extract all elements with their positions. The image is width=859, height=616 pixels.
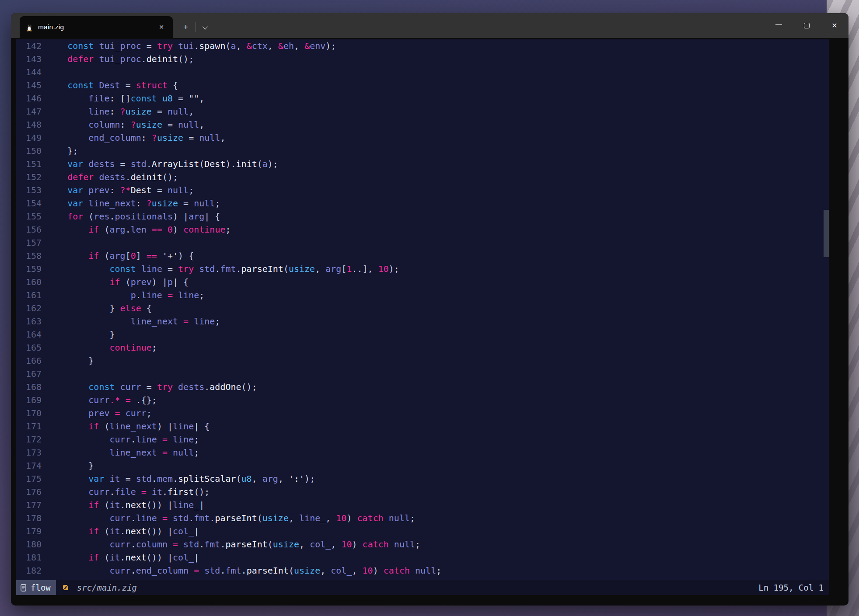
code-text [42, 367, 46, 380]
line-number: 165 [16, 341, 42, 354]
line-number: 181 [16, 551, 42, 564]
code-text: const line = try std.fmt.parseInt(usize,… [42, 262, 399, 275]
code-text: if (it.next()) |line_| [42, 498, 204, 512]
code-line: 143 defer tui_proc.deinit(); [16, 52, 829, 66]
code-text: prev = curr; [42, 407, 152, 420]
line-number: 175 [16, 472, 42, 485]
line-number: 158 [16, 249, 42, 262]
code-line: 153 var prev: ?*Dest = null; [16, 184, 829, 197]
code-text: curr.* = .{}; [42, 393, 157, 407]
editor-pane: 142 const tui_proc = try tui.spawn(a, &c… [16, 39, 829, 595]
code-line: 178 curr.line = std.fmt.parseInt(usize, … [16, 512, 829, 525]
code-text: curr.line = line; [42, 433, 199, 446]
window-controls: ✕ [765, 13, 849, 38]
line-number: 151 [16, 157, 42, 171]
code-text: line: ?usize = null, [42, 105, 194, 118]
titlebar: main.zig ✕ + ✕ [11, 13, 849, 38]
close-button[interactable]: ✕ [821, 13, 849, 38]
line-number: 156 [16, 223, 42, 236]
minimize-button[interactable] [765, 13, 793, 38]
minimize-icon [775, 24, 782, 25]
line-number: 177 [16, 498, 42, 512]
flow-app-icon [21, 584, 27, 592]
code-line: 163 line_next = line; [16, 315, 829, 328]
file-path[interactable]: src/main.zig [77, 583, 137, 592]
code-line: 160 if (prev) |p| { [16, 275, 829, 289]
tab-close-button[interactable]: ✕ [156, 23, 167, 31]
code-line: 146 file: []const u8 = "", [16, 92, 829, 105]
code-line: 151 var dests = std.ArrayList(Dest).init… [16, 157, 829, 171]
terminal-window: main.zig ✕ + ✕ 142 const tui_proc = try … [11, 13, 849, 606]
new-tab-button[interactable]: + [178, 20, 194, 35]
line-number: 164 [16, 328, 42, 341]
code-line: 175 var it = std.mem.splitScalar(u8, arg… [16, 472, 829, 485]
code-text: curr.line = std.fmt.parseInt(usize, line… [42, 512, 415, 525]
maximize-icon [804, 23, 810, 28]
code-text: curr.file = it.first(); [42, 485, 210, 498]
code-line: 171 if (line_next) |line| { [16, 420, 829, 433]
line-number: 170 [16, 407, 42, 420]
line-number: 167 [16, 367, 42, 380]
line-number: 148 [16, 118, 42, 131]
line-number: 168 [16, 380, 42, 393]
code-text: p.line = line; [42, 289, 204, 302]
code-text: for (res.positionals) |arg| { [42, 210, 220, 223]
line-number: 142 [16, 39, 42, 52]
code-text: file: []const u8 = "", [42, 92, 204, 105]
line-number: 155 [16, 210, 42, 223]
code-line: 170 prev = curr; [16, 407, 829, 420]
line-number: 150 [16, 144, 42, 157]
line-number: 182 [16, 564, 42, 577]
code-line: 176 curr.file = it.first(); [16, 485, 829, 498]
tab-bar-separator [196, 22, 196, 32]
line-number: 162 [16, 302, 42, 315]
line-number: 157 [16, 236, 42, 249]
code-line: 145 const Dest = struct { [16, 79, 829, 92]
line-number: 147 [16, 105, 42, 118]
line-number: 161 [16, 289, 42, 302]
code-line: 172 curr.line = line; [16, 433, 829, 446]
line-number: 144 [16, 66, 42, 79]
line-number: 159 [16, 262, 42, 275]
tux-icon [26, 23, 33, 31]
code-line: 166 } [16, 354, 829, 367]
maximize-button[interactable] [793, 13, 821, 38]
line-number: 149 [16, 131, 42, 144]
code-text: column: ?usize = null, [42, 118, 204, 131]
notifications-muted-icon[interactable] [62, 584, 69, 591]
code-text: } [42, 328, 115, 341]
code-line: 164 } [16, 328, 829, 341]
tab-dropdown-button[interactable] [198, 20, 213, 35]
code-line: 144 [16, 66, 829, 79]
code-line: 173 line_next = null; [16, 446, 829, 459]
code-text: continue; [42, 341, 157, 354]
code-text: line_next = line; [42, 315, 220, 328]
code-line: 179 if (it.next()) |col_| [16, 525, 829, 538]
code-text: const tui_proc = try tui.spawn(a, &ctx, … [42, 39, 336, 52]
code-text: end_column: ?usize = null, [42, 131, 225, 144]
code-line: 152 defer dests.deinit(); [16, 171, 829, 184]
code-text: defer dests.deinit(); [42, 171, 178, 184]
line-number: 145 [16, 79, 42, 92]
tab-main-zig[interactable]: main.zig ✕ [20, 16, 173, 38]
app-name: flow [31, 583, 51, 592]
code-line: 156 if (arg.len == 0) continue; [16, 223, 829, 236]
code-line: 157 [16, 236, 829, 249]
scrollbar-thumb[interactable] [824, 210, 829, 257]
code-text: const Dest = struct { [42, 79, 178, 92]
status-bar: flow src/main.zig Ln 195, Col 1 [16, 580, 829, 595]
code-text: if (arg.len == 0) continue; [42, 223, 231, 236]
line-number: 179 [16, 525, 42, 538]
code-line: 165 continue; [16, 341, 829, 354]
code-text: defer tui_proc.deinit(); [42, 52, 194, 66]
code-line: 181 if (it.next()) |col_| [16, 551, 829, 564]
flow-logo[interactable]: flow [16, 580, 56, 595]
cursor-position[interactable]: Ln 195, Col 1 [758, 583, 824, 592]
line-number: 178 [16, 512, 42, 525]
code-text [42, 236, 46, 249]
code-area[interactable]: 142 const tui_proc = try tui.spawn(a, &c… [16, 39, 829, 580]
code-line: 182 curr.end_column = std.fmt.parseInt(u… [16, 564, 829, 577]
line-number: 146 [16, 92, 42, 105]
line-number: 163 [16, 315, 42, 328]
line-number: 180 [16, 538, 42, 551]
